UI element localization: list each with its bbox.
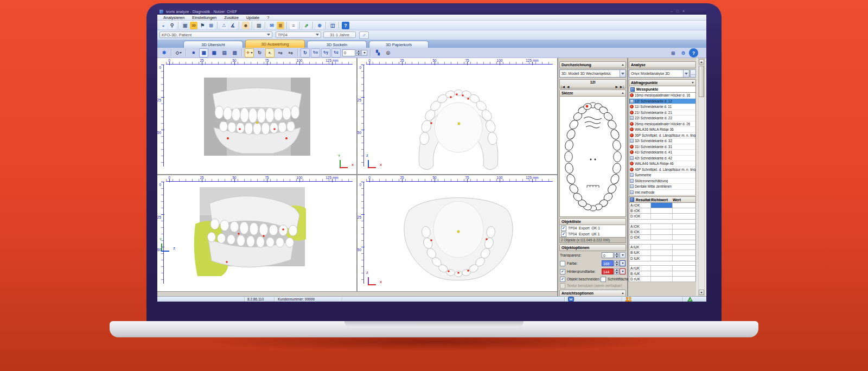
transparenz-dropdown[interactable] [620, 252, 626, 258]
tab-3d-bersicht[interactable]: 3D Übersicht [183, 41, 243, 48]
nav-last-button[interactable]: ▶| [620, 85, 624, 88]
schnittflaeche-checkbox[interactable] [601, 277, 606, 282]
nav-first-button[interactable]: |◀ [561, 85, 565, 88]
resultat-row[interactable]: A rOK [629, 203, 696, 208]
farbe-spinner[interactable] [614, 260, 619, 266]
add-point-lower-icon[interactable]: +o [286, 48, 295, 57]
hintergrundfarbe-checkbox[interactable] [560, 269, 565, 274]
nav-prev-button[interactable]: ◀ [567, 85, 570, 88]
reset-view-icon[interactable]: ✱ [159, 48, 169, 57]
wert-cell[interactable] [673, 229, 695, 234]
objektoptionen-header[interactable]: Objektoptionen [559, 244, 626, 251]
resultat-row[interactable]: A lOK [629, 224, 696, 229]
rotate-z-icon[interactable]: ↻z [331, 48, 341, 57]
menu-item-einstellungen[interactable]: Einstellungen [188, 15, 220, 21]
viewport-lateral-view[interactable]: 0255075100125 mm 02550 YZ [157, 175, 356, 291]
print-icon[interactable]: ▤ [255, 22, 263, 29]
wert-cell[interactable] [673, 235, 695, 240]
panel-scrollbar[interactable] [698, 58, 705, 296]
resultat-row[interactable]: B rOK [629, 208, 696, 214]
rotate-y-icon[interactable]: ↻y [321, 48, 330, 57]
web-icon[interactable]: ⊕ [316, 22, 323, 29]
farbe-dropdown[interactable] [620, 260, 626, 266]
transparenz-input[interactable]: 0 [602, 252, 614, 258]
resultat-row[interactable]: D rOK [629, 214, 696, 219]
resultat-row[interactable]: D lOK [629, 235, 696, 240]
resultat-row[interactable]: A rUK [629, 266, 696, 271]
object-list-item[interactable]: TP04_Export_UK 1 [559, 231, 626, 237]
object-list-item[interactable]: TP04_Export_OK 1 [559, 225, 626, 231]
rotate-free-icon[interactable]: ↻ [255, 48, 264, 57]
messpunkt-item[interactable]: Inkl.methode [629, 190, 695, 196]
durchzeichnung-header[interactable]: Durchzeichnung [559, 61, 626, 68]
layout-single-icon[interactable]: ■ [189, 48, 198, 57]
settings-gear-icon[interactable]: ⚙ [679, 48, 688, 57]
rotate-angle-spinner[interactable]: 0 [342, 49, 367, 56]
measure-angle-icon[interactable]: ∡ [229, 22, 237, 29]
wert-cell[interactable] [673, 245, 695, 250]
spin-up-icon[interactable] [356, 50, 361, 53]
objektliste-header[interactable]: Objektliste [559, 218, 626, 225]
wert-cell[interactable] [673, 271, 695, 276]
rotate-step-icon[interactable]: ↻ [301, 48, 310, 57]
tab-3d-sockeln[interactable]: 3D Sockeln [307, 41, 367, 48]
wert-cell[interactable] [673, 277, 695, 282]
richtwert-cell[interactable] [651, 250, 673, 255]
farbe-value[interactable]: 169 [602, 260, 614, 266]
cube-view-icon[interactable]: ◇ [174, 48, 183, 57]
objekt-beschneiden-checkbox[interactable] [560, 277, 565, 282]
richtwert-cell[interactable] [651, 271, 673, 276]
spinner-buttons[interactable] [356, 50, 361, 56]
spinner-dropdown[interactable] [361, 50, 367, 56]
patient-select[interactable]: KFO-3D, Patient [159, 31, 272, 38]
messpunkt-item[interactable]: Stützzonenschätzung [629, 178, 695, 184]
resultat-row[interactable]: B lOK [629, 229, 696, 235]
messpunkt-item[interactable]: 46P Schnittpkt. d. Längsfissur m. n. lin… [629, 167, 695, 173]
rotate-x-icon[interactable]: ↻x [311, 48, 320, 57]
tab-3d-auswertung[interactable]: 3D Auswertung [245, 40, 305, 48]
messpunkt-item[interactable]: 12I Schneidekante d. 12 [629, 99, 695, 105]
chart-icon[interactable]: ⇗ [303, 22, 310, 29]
select-rotate-tool-icon[interactable]: ✧ [245, 48, 254, 57]
maximize-button[interactable]: □ [676, 9, 679, 13]
analyse-more-button[interactable]: … [690, 69, 696, 78]
module-3d-icon[interactable]: 3D [190, 22, 197, 29]
form-document-icon[interactable]: ≡ [290, 22, 297, 29]
model-archive-icon[interactable]: ◒ [159, 22, 167, 29]
archive-stack-icon[interactable]: ≣ [277, 22, 284, 29]
image-viewer-icon[interactable]: ▣ [181, 22, 189, 29]
viewport-frontal-view[interactable]: 0255075100125 mm 02550 YX [157, 58, 356, 174]
tab-3d-papierkorb[interactable]: 3D Papierkorb [369, 41, 429, 48]
wert-cell[interactable] [673, 208, 695, 213]
skizze-header[interactable]: Skizze [559, 89, 626, 97]
messpunkt-item[interactable]: 32I Schneidekante d. 32 [629, 138, 695, 144]
viewport-occlusal-upper-view[interactable]: 0255075100125 mm 02550 ZX [358, 58, 557, 174]
richtwert-cell[interactable] [651, 245, 673, 250]
object-checkbox[interactable] [561, 232, 566, 237]
object-checkbox[interactable] [561, 226, 566, 231]
search-icon[interactable]: ⚲ [168, 22, 176, 29]
wert-cell[interactable] [673, 214, 695, 219]
durchzeichnung-select[interactable]: 3D: Modell 3D Wechselgebiss [559, 69, 626, 78]
farbe-checkbox[interactable] [560, 261, 565, 266]
textur-checkbox[interactable] [560, 283, 565, 289]
report-mail-icon[interactable]: ✉ [268, 22, 276, 29]
transparenz-spinner[interactable] [614, 252, 619, 258]
wert-cell[interactable] [673, 256, 695, 261]
hintergrundfarbe-dropdown[interactable] [620, 268, 626, 274]
add-point-icon[interactable]: +. [265, 48, 275, 57]
users-icon[interactable] [625, 297, 631, 302]
spin-down-icon[interactable] [356, 53, 361, 56]
messpunkt-item[interactable]: 41I Schneidekante d. 41 [629, 150, 695, 156]
record-select[interactable]: TP04 [276, 31, 321, 38]
richtwert-cell[interactable] [651, 229, 673, 234]
resultat-row[interactable]: D lUK [629, 256, 696, 261]
richtwert-cell[interactable] [651, 224, 673, 229]
snapshot-icon[interactable]: ◎ [384, 48, 393, 57]
hintergrundfarbe-value[interactable]: 144 [602, 268, 614, 274]
hintergrundfarbe-spinner[interactable] [614, 268, 619, 274]
richtwert-cell[interactable] [651, 208, 673, 213]
messpunkt-item[interactable]: 21I Schneidekante d. 21 [629, 110, 695, 116]
layout-save-icon[interactable]: ▤ [220, 48, 229, 57]
help-round-icon[interactable]: ? [689, 48, 698, 57]
